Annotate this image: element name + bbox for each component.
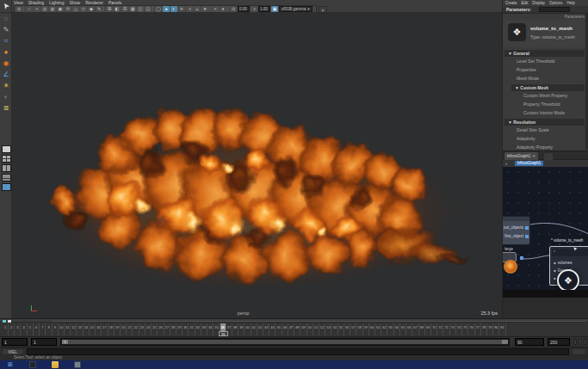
tab-bifrostgraph1[interactable]: bifrostGraph1✕ bbox=[504, 152, 538, 160]
frame-tick-10[interactable]: 10 bbox=[59, 323, 65, 335]
frame-tick-14[interactable]: 14 bbox=[84, 323, 90, 335]
pane-persp-icon[interactable]: ◱ bbox=[145, 6, 152, 12]
frame-tick-20[interactable]: 20 bbox=[121, 323, 127, 335]
frame-tick-29[interactable]: 29 bbox=[176, 323, 183, 335]
param-mesh-mode[interactable]: Mesh Mode bbox=[503, 74, 586, 83]
animation-start-field[interactable]: 1 bbox=[31, 338, 57, 346]
frame-tick-73[interactable]: 73 bbox=[450, 323, 456, 335]
frame-tick-12[interactable]: 12 bbox=[71, 323, 77, 335]
isolate-select-icon[interactable]: ⊘ bbox=[15, 6, 22, 12]
frame-tick-60[interactable]: 60 bbox=[369, 323, 375, 335]
fire-preview-thumbnail[interactable] bbox=[504, 260, 517, 274]
section-general[interactable]: ▼ General bbox=[504, 50, 585, 57]
windows-start-button[interactable]: ⊞ bbox=[7, 361, 14, 368]
gamma-icon[interactable]: ◑ bbox=[251, 6, 257, 12]
frame-tick-24[interactable]: 24 bbox=[145, 323, 152, 335]
field-exposure[interactable]: 0.00 bbox=[238, 6, 250, 12]
script-output-box[interactable] bbox=[572, 348, 586, 355]
frame-tick-17[interactable]: 17 bbox=[102, 323, 108, 335]
frame-tick-4[interactable]: 4 bbox=[22, 323, 28, 335]
exposure-icon[interactable]: ⊙ bbox=[230, 6, 237, 12]
tab-stub[interactable] bbox=[544, 153, 553, 160]
wireframe-display-icon[interactable]: ◯ bbox=[155, 6, 162, 12]
shadows-icon[interactable]: ◑ bbox=[186, 6, 193, 12]
single-pane-icon[interactable]: ⊞ bbox=[106, 6, 113, 12]
shaded-display-icon[interactable]: ● bbox=[163, 6, 170, 12]
frame-tick-13[interactable]: 13 bbox=[77, 323, 84, 335]
frame-tick-11[interactable]: 11 bbox=[65, 323, 71, 335]
port-connector-icon[interactable] bbox=[520, 256, 523, 260]
frame-tick-53[interactable]: 53 bbox=[325, 323, 331, 335]
param-level-set-threshold[interactable]: Level Set Threshold bbox=[503, 57, 586, 65]
node-graph-canvas[interactable]: out_objects first_object large * volume_… bbox=[503, 167, 588, 290]
frame-tick-23[interactable]: 23 bbox=[139, 323, 145, 335]
time-slider[interactable]: 1234567891011121314151617181920212223242… bbox=[0, 323, 588, 337]
frame-tick-7[interactable]: 7 bbox=[40, 323, 46, 335]
four-pane-layout-button[interactable] bbox=[2, 155, 11, 163]
frame-tick-75[interactable]: 75 bbox=[462, 323, 468, 335]
curve-tool-icon[interactable]: ≈ bbox=[0, 35, 12, 46]
two-pane-stack-icon[interactable]: ⊟ bbox=[121, 6, 128, 12]
frame-tick-8[interactable]: 8 bbox=[46, 323, 53, 335]
frame-tick-21[interactable]: 21 bbox=[127, 323, 133, 335]
frame-tick-42[interactable]: 42 bbox=[257, 323, 263, 335]
playback-controls-clipped[interactable] bbox=[573, 339, 587, 345]
frame-tick-39[interactable]: 39 bbox=[238, 323, 244, 335]
construction-history-icon[interactable]: ⟳ bbox=[65, 6, 71, 12]
frame-tick-41[interactable]: 41 bbox=[251, 323, 257, 335]
frame-tick-77[interactable]: 77 bbox=[475, 323, 481, 335]
frame-tick-68[interactable]: 68 bbox=[419, 323, 425, 335]
frame-tick-50[interactable]: 50 bbox=[307, 323, 313, 335]
port-connector-icon[interactable] bbox=[525, 226, 529, 230]
frame-tick-78[interactable]: 78 bbox=[481, 323, 487, 335]
mel-toggle-button[interactable]: MEL bbox=[2, 348, 24, 355]
frame-tick-59[interactable]: 59 bbox=[363, 323, 369, 335]
frame-tick-18[interactable]: 18 bbox=[108, 323, 115, 335]
frame-tick-57[interactable]: 57 bbox=[350, 323, 356, 335]
toolbar-overflow-button[interactable]: ▾ bbox=[319, 6, 327, 13]
frame-tick-46[interactable]: 46 bbox=[282, 323, 288, 335]
frame-tick-45[interactable]: 45 bbox=[276, 323, 282, 335]
playback-end-field[interactable]: 90 bbox=[515, 338, 544, 346]
vertex-mode-icon[interactable]: △ bbox=[72, 6, 79, 12]
split-horizontal-layout-button[interactable] bbox=[2, 174, 11, 181]
param-property-threshold[interactable]: Property Threshold bbox=[503, 100, 586, 108]
frame-tick-25[interactable]: 25 bbox=[152, 323, 158, 335]
frame-tick-51[interactable]: 51 bbox=[313, 323, 319, 335]
pane-outliner-icon[interactable]: ◰ bbox=[137, 6, 144, 12]
frame-tick-28[interactable]: 28 bbox=[170, 323, 176, 335]
back-arrow-icon[interactable]: ‹ bbox=[505, 160, 507, 167]
frame-tick-44[interactable]: 44 bbox=[269, 323, 275, 335]
parameters-tab[interactable]: Parameters: bbox=[506, 7, 531, 12]
gamma-toggle-icon[interactable]: ▣ bbox=[271, 6, 278, 12]
four-pane-icon[interactable]: ▦ bbox=[129, 6, 136, 12]
frame-tick-43[interactable]: 43 bbox=[263, 323, 269, 335]
frame-tick-27[interactable]: 27 bbox=[164, 323, 170, 335]
frame-tick-30[interactable]: 30 bbox=[183, 323, 189, 335]
render-sphere-icon[interactable]: ◐ bbox=[0, 91, 12, 102]
frame-tick-15[interactable]: 15 bbox=[90, 323, 96, 335]
frame-tick-56[interactable]: 56 bbox=[344, 323, 350, 335]
ambient-occlusion-icon[interactable]: ◒ bbox=[194, 6, 201, 12]
paint-select-icon[interactable]: ✎ bbox=[0, 24, 12, 35]
frame-tick-66[interactable]: 66 bbox=[406, 323, 412, 335]
playback-start-field[interactable]: 1 bbox=[2, 338, 28, 346]
small-pane-icon[interactable]: ▫ bbox=[26, 6, 33, 12]
animation-end-field[interactable]: 200 bbox=[548, 338, 570, 346]
frame-tick-67[interactable]: 67 bbox=[413, 323, 419, 335]
taskbar-app-icon-2[interactable] bbox=[74, 361, 81, 368]
frame-tick-80[interactable]: 80 bbox=[493, 323, 499, 335]
range-handle-left[interactable]: 1 bbox=[62, 340, 68, 344]
snap-curve-icon[interactable]: ◍ bbox=[49, 6, 56, 12]
select-tool-button[interactable]: ➤ bbox=[0, 0, 12, 13]
frame-tick-81[interactable]: 81 bbox=[500, 323, 506, 335]
frame-tick-76[interactable]: 76 bbox=[469, 323, 475, 335]
active-layout-button[interactable] bbox=[2, 183, 11, 191]
param-properties[interactable]: Properties bbox=[503, 65, 586, 74]
section-resolution[interactable]: ▼ Resolution bbox=[504, 119, 585, 126]
colorspace-dropdown[interactable]: sRGB gamma ▾ bbox=[279, 6, 313, 12]
frame-tick-49[interactable]: 49 bbox=[301, 323, 307, 335]
frame-tick-70[interactable]: 70 bbox=[431, 323, 437, 335]
param-detail-size-scale[interactable]: Detail Size Scale bbox=[503, 126, 586, 134]
bifrost-output-button[interactable]: ❖ bbox=[557, 269, 579, 290]
